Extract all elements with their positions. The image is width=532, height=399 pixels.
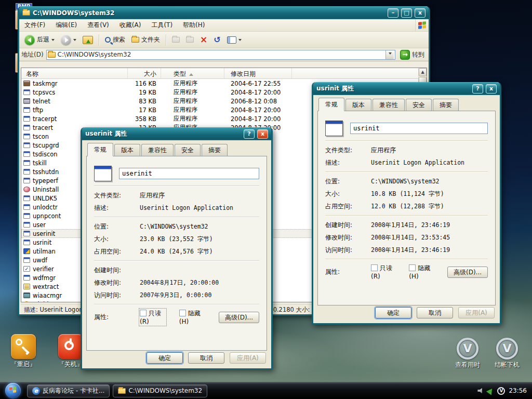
v-tray-icon[interactable]: V (497, 387, 505, 395)
close-button[interactable]: x (415, 8, 425, 18)
ok-button[interactable]: 确定 (147, 352, 183, 364)
volume-tray-icon[interactable] (477, 388, 484, 393)
address-dropdown-button[interactable] (385, 50, 394, 59)
move-to-button[interactable] (170, 36, 182, 44)
back-button[interactable]: 后退 (22, 34, 57, 46)
minimize-button[interactable]: – (388, 8, 398, 18)
tab-version[interactable]: 版本 (345, 99, 371, 111)
scroll-up-button[interactable]: ▲ (419, 68, 427, 76)
hidden-checkbox[interactable]: 隐藏(H) (409, 264, 434, 280)
cancel-button[interactable]: 取消 (188, 352, 224, 364)
file-name-cell: tftp (21, 107, 128, 114)
column-header-size[interactable]: 大小 (128, 68, 161, 78)
size-on-disk-label: 占用空间: (94, 247, 140, 256)
views-button[interactable] (225, 35, 244, 45)
address-bar: 地址(D) C:\WINDOWS\system32 → 转到 (19, 48, 429, 61)
up-button[interactable] (81, 35, 95, 45)
system-tray: V 23:56 (477, 387, 532, 395)
copy-to-button[interactable] (184, 36, 196, 44)
desktop-icon-restart[interactable]: 『重启』 (7, 334, 40, 369)
tab-version[interactable]: 版本 (114, 144, 140, 156)
explorer-title-bar[interactable]: C:\WINDOWS\system32 – □ x (19, 6, 429, 19)
green-arrow-tray-icon[interactable] (486, 387, 495, 395)
forward-button[interactable] (59, 34, 78, 46)
separator (325, 259, 488, 260)
column-header-name[interactable]: 名称 (21, 68, 128, 78)
task-label: 反病毒论坛 - 卡卡社... (43, 387, 104, 395)
forward-dropdown-icon[interactable] (73, 39, 76, 43)
filename-input[interactable] (350, 123, 488, 134)
file-name: telnet (33, 98, 50, 105)
apply-button[interactable]: 应用(A) (230, 352, 266, 364)
application-file-icon (23, 169, 30, 175)
desktop-icon-checkout[interactable]: V 结帐下机 (490, 338, 524, 369)
menu-edit[interactable]: 编辑(E) (50, 19, 82, 31)
folder-icon (118, 388, 126, 394)
back-dropdown-icon[interactable] (51, 39, 55, 43)
filename-input[interactable] (119, 168, 259, 179)
separator (325, 140, 488, 141)
tab-general[interactable]: 常规 (87, 143, 113, 156)
application-file-icon (23, 257, 30, 263)
folders-button[interactable]: 文件夹 (129, 34, 162, 45)
column-header-type[interactable]: 类型 (161, 68, 224, 78)
checkbox-icon[interactable] (409, 264, 416, 271)
tab-security[interactable]: 安全 (406, 99, 432, 111)
checkbox-icon[interactable] (140, 310, 147, 316)
checkbox-icon[interactable] (179, 310, 186, 316)
advanced-button[interactable]: 高级(D)... (447, 267, 488, 278)
application-file-icon (23, 222, 30, 228)
help-button[interactable]: ? (244, 129, 255, 139)
advanced-button[interactable]: 高级(D)... (219, 312, 259, 323)
menu-file[interactable]: 文件(F) (19, 19, 50, 31)
go-button[interactable]: → 转到 (398, 50, 427, 60)
help-button[interactable]: ? (472, 84, 483, 94)
application-file-icon (23, 116, 30, 122)
size-on-disk-value: 24.0 KB (24,576 字节) (140, 248, 213, 256)
menu-tools[interactable]: 工具(T) (146, 19, 178, 31)
column-header-date[interactable]: 修改日期 (224, 68, 292, 78)
menu-view[interactable]: 查看(V) (82, 19, 114, 31)
tab-security[interactable]: 安全 (175, 144, 201, 156)
tab-compatibility[interactable]: 兼容性 (373, 99, 405, 111)
search-button[interactable]: 搜索 (103, 34, 127, 45)
desktop-icon-view-time[interactable]: V 查看用时 (451, 338, 484, 369)
hidden-checkbox[interactable]: 隐藏(H) (179, 309, 205, 325)
description-value: Userinit Logon Application (371, 159, 464, 166)
ok-button[interactable]: 确定 (375, 307, 411, 318)
delete-button[interactable]: × (198, 34, 209, 45)
tab-compatibility[interactable]: 兼容性 (141, 144, 174, 156)
maximize-button[interactable]: □ (401, 8, 412, 18)
readonly-checkbox[interactable]: 只读(R) (371, 264, 395, 280)
description-label: 描述: (94, 204, 140, 212)
window-title: C:\WINDOWS\system32 (33, 9, 385, 17)
cancel-button[interactable]: 取消 (417, 307, 453, 318)
file-type: 应用程序 (161, 106, 224, 114)
apply-button[interactable]: 应用(A) (458, 307, 495, 318)
address-combobox[interactable]: C:\WINDOWS\system32 (46, 50, 395, 60)
file-name: tskill (33, 159, 47, 167)
close-button[interactable]: x (486, 84, 497, 94)
menu-favorites[interactable]: 收藏(A) (114, 19, 147, 31)
menu-help[interactable]: 帮助(H) (178, 19, 210, 31)
dialog-title-bar[interactable]: userinit 属性 ? x (82, 127, 271, 140)
tab-summary[interactable]: 摘要 (202, 144, 228, 156)
taskbar: e 反病毒论坛 - 卡卡社... C:\WINDOWS\system32 V 2… (0, 382, 532, 399)
taskbar-button-explorer[interactable]: C:\WINDOWS\system32 (113, 384, 207, 397)
general-tab-page: 文件类型:应用程序 描述:Userinit Logon Application … (317, 111, 496, 305)
tab-general[interactable]: 常规 (318, 98, 344, 111)
readonly-checkbox[interactable]: 只读(R) (140, 309, 166, 325)
windows-logo-icon (415, 19, 429, 31)
tab-summary[interactable]: 摘要 (433, 99, 459, 111)
dialog-title-bar[interactable]: usrinit 属性 ? x (313, 82, 500, 95)
view-time-label: 查看用时 (451, 361, 484, 369)
toolbar-separator (166, 34, 166, 46)
restart-key-icon (11, 334, 36, 359)
close-button[interactable]: x (257, 129, 268, 139)
taskbar-button-forum[interactable]: e 反病毒论坛 - 卡卡社... (27, 384, 110, 397)
undo-button[interactable]: ↺ (211, 35, 222, 45)
address-value[interactable]: C:\WINDOWS\system32 (58, 51, 383, 58)
checkbox-icon[interactable] (371, 264, 378, 271)
start-button[interactable] (5, 383, 21, 398)
windows-orb-icon (9, 387, 17, 394)
